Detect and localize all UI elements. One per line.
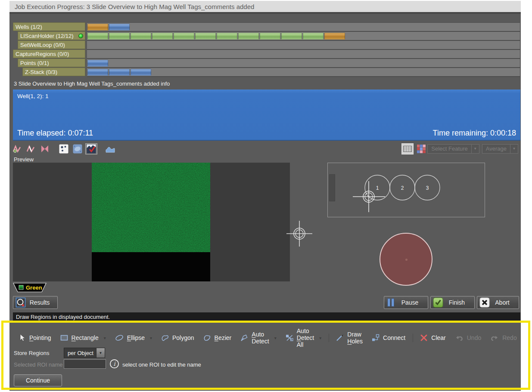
slide-navigation-panel[interactable]: 1 2 3: [327, 163, 485, 217]
progress-bar-row: [87, 23, 520, 31]
results-button[interactable]: Results: [13, 296, 58, 309]
continue-button[interactable]: Continue: [14, 374, 62, 386]
toolbar-separator: [413, 333, 413, 342]
curve-icon[interactable]: [25, 143, 37, 154]
magic-wand-icon: [240, 333, 249, 342]
roi-name-input[interactable]: [64, 359, 106, 369]
channel-tab-green[interactable]: Green: [13, 283, 47, 294]
progress-tree: Wells (1/2)LIScanHolder (12/12)SetWellLo…: [13, 22, 85, 77]
progress-bars: [87, 22, 520, 77]
bezier-tool-button[interactable]: Bezier: [199, 333, 236, 342]
progress-segment-blue: [109, 24, 130, 31]
clear-tool-button[interactable]: Clear: [416, 333, 450, 342]
job-status-text: 3 Slide Overview to High Mag Well Tags_c…: [14, 80, 170, 87]
tool-label: Bezier: [215, 334, 232, 341]
tool-label: Auto Detect All: [297, 327, 314, 348]
fluorescence-noise-image: [92, 163, 210, 252]
finish-check-icon: [432, 297, 444, 308]
undo-icon: [454, 333, 464, 342]
auto-detect-tool-button[interactable]: Auto Detect▾: [236, 331, 281, 345]
select-feature-label: Select Feature: [428, 145, 471, 153]
auto-detect-all-tool-button[interactable]: Auto Detect All▾: [281, 327, 327, 348]
table-view-icon[interactable]: [401, 143, 414, 154]
connect-tool-button[interactable]: Connect: [367, 333, 410, 342]
channel-tab-label: Green: [26, 284, 42, 291]
progress-segment-green: [303, 33, 324, 40]
progress-bar-row: [87, 68, 520, 76]
screenshot-canvas: Job Execution Progress: 3 Slide Overview…: [0, 0, 532, 392]
tree-row[interactable]: CaptureRegions (0/0): [13, 49, 85, 59]
finish-label: Finish: [444, 299, 474, 306]
svg-text:i: i: [113, 361, 115, 367]
tree-row[interactable]: Points (0/1): [13, 59, 85, 68]
well-1-label: 1: [376, 185, 379, 191]
auto-detect-all-icon: [285, 333, 294, 342]
finish-button[interactable]: Finish: [430, 296, 475, 309]
progress-segment-green: [109, 33, 130, 40]
histogram-icon[interactable]: [104, 143, 116, 154]
stage-position-crosshair-icon: [353, 181, 385, 212]
curve-delete-icon[interactable]: [39, 143, 51, 154]
rectangle-tool-button[interactable]: Rectangle▾: [56, 333, 111, 342]
ellipse-icon: [115, 333, 124, 342]
tree-row[interactable]: Wells (1/2): [13, 22, 85, 31]
pointing-tool-button[interactable]: Pointing: [14, 333, 56, 342]
execution-info-panel: Well(1, 2): 1 Time elapsed: 0:07:11 Time…: [13, 90, 520, 141]
detector-icon[interactable]: [58, 143, 70, 154]
roi-hint-text: select one ROI to edit the name: [122, 361, 201, 368]
dropdown-caret-icon[interactable]: ▾: [104, 336, 106, 340]
window-title: Job Execution Progress: 3 Slide Overview…: [9, 1, 521, 14]
tool-label: Rectangle: [72, 334, 99, 341]
slide-label-area: [329, 174, 335, 201]
draw-toolbar: PointingRectangle▾Ellipse▾PolygonBezierA…: [14, 331, 516, 344]
dropdown-caret-icon[interactable]: ▾: [150, 336, 152, 340]
rectangle-icon: [60, 333, 68, 342]
undo-tool-button[interactable]: Undo: [451, 333, 486, 342]
progress-segment-blue: [87, 69, 108, 76]
store-regions-value: per Object: [64, 348, 96, 358]
current-well-circle[interactable]: [380, 233, 432, 286]
pause-button[interactable]: Pause: [384, 296, 428, 309]
ellipse-tool-button[interactable]: Ellipse▾: [111, 333, 157, 342]
abort-button[interactable]: Abort: [477, 296, 519, 309]
mask-icon[interactable]: [72, 143, 84, 154]
progress-segment-green: [152, 33, 173, 40]
results-icon: [15, 297, 26, 308]
preview-section-label: Preview: [14, 156, 34, 163]
progress-segment-green: [217, 33, 237, 40]
abort-x-icon: [479, 297, 490, 308]
dropdown-caret-icon[interactable]: ▾: [319, 336, 321, 340]
tool-label: Draw Holes: [347, 331, 363, 345]
preview-mode-icon[interactable]: [85, 143, 97, 154]
tree-row[interactable]: SetWellLoop (0/0): [13, 40, 85, 49]
tree-row[interactable]: Z-Stack (0/3): [13, 68, 85, 77]
select-feature-dropdown[interactable]: Select Feature ▼: [427, 144, 479, 154]
curve-play-icon[interactable]: [11, 143, 23, 154]
heatmap-view-icon[interactable]: [415, 143, 427, 154]
pause-icon: [386, 297, 396, 308]
tool-label: Undo: [467, 334, 481, 341]
pen-icon: [336, 333, 344, 342]
tool-label: Clear: [431, 334, 445, 341]
selected-roi-name-label: Selected ROI name: [14, 361, 62, 368]
polygon-tool-button[interactable]: Polygon: [157, 333, 199, 342]
dropdown-caret-icon[interactable]: ▾: [274, 336, 277, 340]
progress-segment-green: [174, 33, 194, 40]
chevron-down-icon: ▼: [96, 348, 105, 358]
stage-crosshair-icon: [286, 220, 313, 249]
progress-bar-row: [87, 50, 520, 58]
progress-bar-row: [87, 32, 520, 40]
redo-tool-button[interactable]: Redo: [486, 333, 521, 342]
draw-holes-tool-button[interactable]: Draw Holes: [332, 331, 367, 345]
tool-label: Redo: [502, 334, 516, 341]
progress-segment-green: [195, 33, 216, 40]
current-well-label: Well(1, 2): 1: [17, 93, 49, 99]
store-regions-dropdown[interactable]: per Object ▼: [64, 348, 105, 358]
tree-row[interactable]: LIScanHolder (12/12): [13, 31, 85, 40]
toolbar-separator: [329, 333, 329, 342]
channel-color-swatch: [19, 285, 23, 290]
average-dropdown[interactable]: Average ▼: [482, 144, 518, 154]
time-elapsed-label: Time elapsed: 0:07:11: [17, 129, 93, 138]
job-execution-progress-window: Job Execution Progress: 3 Slide Overview…: [9, 1, 521, 391]
preview-image[interactable]: [92, 163, 210, 281]
